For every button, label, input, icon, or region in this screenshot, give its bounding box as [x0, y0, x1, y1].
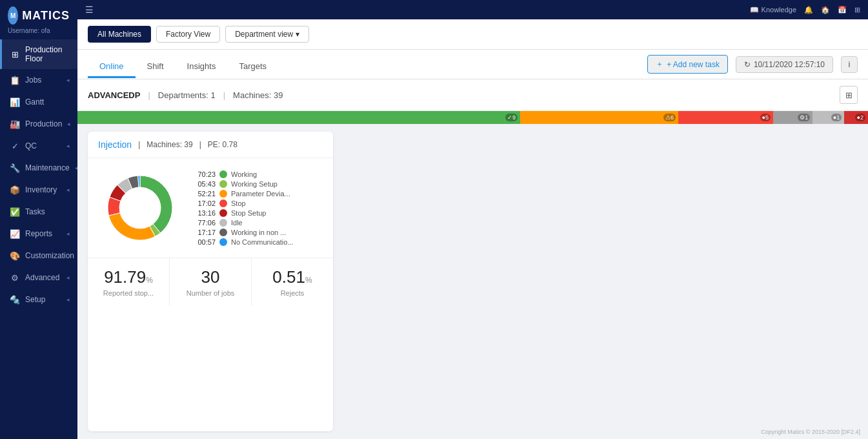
- chevron-icon: ◂: [66, 77, 70, 83]
- legend-time-3: 17:02: [192, 199, 216, 207]
- legend-time-2: 52:21: [192, 190, 216, 198]
- dept-title[interactable]: Injection: [98, 139, 132, 150]
- status-segment-4: ●1: [812, 111, 844, 124]
- legend-time-1: 05:43: [192, 180, 216, 188]
- stat-label-0: Reported stop...: [94, 289, 163, 297]
- dept-card-header: Injection | Machines: 39 | PE: 0.78: [88, 132, 333, 158]
- info-button[interactable]: i: [841, 56, 858, 73]
- legend-time-5: 77:06: [192, 219, 216, 227]
- dept-sep2: |: [199, 140, 201, 149]
- view-tab-all-machines[interactable]: All Machines: [88, 26, 151, 43]
- sidebar-item-production-floor[interactable]: ⊞ Production Floor: [0, 39, 77, 69]
- view-tab-factory-view[interactable]: Factory View: [156, 26, 220, 43]
- stat-label-2: Rejects: [258, 289, 327, 297]
- legend-item-3: 17:02 Stop: [192, 199, 323, 207]
- sidebar-item-label: Advanced: [25, 273, 59, 282]
- grid-icon[interactable]: ⊞: [854, 6, 860, 14]
- legend-item-7: 00:57 No Communicatio...: [192, 238, 323, 246]
- status-badge: ●1: [831, 114, 842, 121]
- logo-text: MATICS: [22, 9, 70, 23]
- sidebar-item-advanced[interactable]: ⚙ Advanced ◂: [0, 267, 77, 289]
- legend-item-4: 13:16 Stop Setup: [192, 209, 323, 217]
- donut-segment-0: [140, 176, 172, 233]
- sidebar-item-production[interactable]: 🏭 Production ◂: [0, 113, 77, 135]
- top-bar-right: 📖 Knowledge 🔔 🏠 📅 ⊞: [750, 6, 860, 14]
- legend-item-0: 70:23 Working: [192, 170, 323, 178]
- qc-icon: ✓: [10, 141, 20, 151]
- status-badge: ●2: [855, 114, 865, 121]
- status-segment-3: ⚙1: [773, 111, 812, 124]
- dept-sep: |: [138, 140, 140, 149]
- reports-icon: 📈: [10, 229, 20, 239]
- stat-value-2: 0.51%: [258, 267, 327, 287]
- bell-icon[interactable]: 🔔: [804, 6, 813, 14]
- production-icon: 🏭: [10, 119, 20, 129]
- sidebar-item-label: Customization: [25, 251, 74, 260]
- sidebar-item-maintenance[interactable]: 🔧 Maintenance ◂: [0, 157, 77, 179]
- sub-tabs-actions: ＋ + Add new task ↻ 10/11/2020 12:57:10 i: [647, 55, 858, 79]
- status-badge: ⚙1: [798, 114, 810, 121]
- legend-dot-5: [219, 219, 227, 227]
- sidebar-item-label: Inventory: [25, 185, 57, 194]
- hamburger-icon[interactable]: ☰: [85, 5, 94, 15]
- status-badge: ⚠6: [663, 114, 676, 121]
- stat-label-1: Number of jobs: [176, 289, 245, 297]
- setup-icon: 🔩: [10, 294, 20, 305]
- stat-value-1: 30: [176, 267, 245, 287]
- view-tab-department-view[interactable]: Department view ▾: [225, 26, 308, 43]
- sidebar-item-qc[interactable]: ✓ QC ◂: [0, 135, 77, 157]
- legend-item-2: 52:21 Parameter Devia...: [192, 190, 323, 198]
- dept-machines: Machines: 39: [146, 140, 192, 149]
- grid-layout-button[interactable]: ⊞: [840, 86, 858, 104]
- sidebar-item-reports[interactable]: 📈 Reports ◂: [0, 223, 77, 245]
- legend-dot-0: [219, 170, 227, 178]
- logo-area: M MATICS: [0, 0, 77, 27]
- status-badge: ●5: [760, 114, 771, 121]
- sidebar-item-label: Maintenance: [25, 163, 70, 172]
- advanced-icon: ⚙: [10, 272, 20, 283]
- content-area: All MachinesFactory ViewDepartment view …: [77, 19, 868, 439]
- company-name: ADVANCEDP: [88, 90, 140, 100]
- calendar-icon[interactable]: 📅: [838, 6, 847, 14]
- status-segment-1: ⚠6: [520, 111, 678, 124]
- sidebar-item-inventory[interactable]: 📦 Inventory ◂: [0, 179, 77, 201]
- sidebar-item-label: Production: [25, 119, 62, 128]
- home-icon[interactable]: 🏠: [821, 6, 830, 14]
- sidebar-item-tasks[interactable]: ✅ Tasks: [0, 201, 77, 223]
- status-segment-0: ✓9: [77, 111, 520, 124]
- chevron-icon: ◂: [66, 296, 70, 303]
- legend-label-2: Parameter Devia...: [231, 190, 290, 198]
- legend-time-7: 00:57: [192, 238, 216, 246]
- status-segment-5: ●2: [844, 111, 868, 124]
- username-label: Username: ofa: [0, 27, 77, 39]
- department-card: Injection | Machines: 39 | PE: 0.78 70:2…: [88, 132, 333, 431]
- top-bar: ☰ 📖 Knowledge 🔔 🏠 📅 ⊞: [77, 0, 868, 19]
- dept-pe: PE: 0.78: [208, 140, 237, 149]
- chevron-icon: ◂: [67, 121, 70, 127]
- sidebar-item-customization[interactable]: 🎨 Customization ◂: [0, 245, 77, 267]
- legend: 70:23 Working 05:43 Working Setup 52:21 …: [192, 166, 323, 250]
- sub-tab-online[interactable]: Online: [88, 56, 136, 78]
- tasks-icon: ✅: [10, 207, 20, 217]
- main-body: Injection | Machines: 39 | PE: 0.78 70:2…: [77, 124, 868, 439]
- departments-info: Departments: 1: [158, 90, 216, 100]
- sep1: |: [148, 90, 150, 100]
- status-segment-2: ●5: [678, 111, 773, 124]
- customization-icon: 🎨: [10, 250, 20, 261]
- sidebar-item-gantt[interactable]: 📊 Gantt: [0, 91, 77, 113]
- sub-tab-shift[interactable]: Shift: [136, 56, 176, 78]
- sidebar-item-label: Gantt: [25, 97, 44, 107]
- maintenance-icon: 🔧: [10, 163, 20, 173]
- legend-label-3: Stop: [231, 199, 246, 207]
- dept-card-body: 70:23 Working 05:43 Working Setup 52:21 …: [88, 158, 333, 258]
- knowledge-link[interactable]: 📖 Knowledge: [750, 6, 796, 14]
- datetime-button[interactable]: ↻ 10/11/2020 12:57:10: [736, 56, 833, 73]
- sub-tabs: OnlineShiftInsightsTargets: [88, 56, 278, 77]
- add-task-button[interactable]: ＋ + Add new task: [647, 55, 728, 74]
- sidebar-nav: ⊞ Production Floor 📋 Jobs ◂ 📊 Gantt 🏭 Pr…: [0, 39, 77, 439]
- sub-tab-targets[interactable]: Targets: [227, 56, 278, 78]
- sidebar-item-jobs[interactable]: 📋 Jobs ◂: [0, 69, 77, 91]
- status-bar: ✓9⚠6●5⚙1●1●2: [77, 111, 868, 124]
- sidebar-item-setup[interactable]: 🔩 Setup ◂: [0, 289, 77, 311]
- sub-tab-insights[interactable]: Insights: [176, 56, 228, 78]
